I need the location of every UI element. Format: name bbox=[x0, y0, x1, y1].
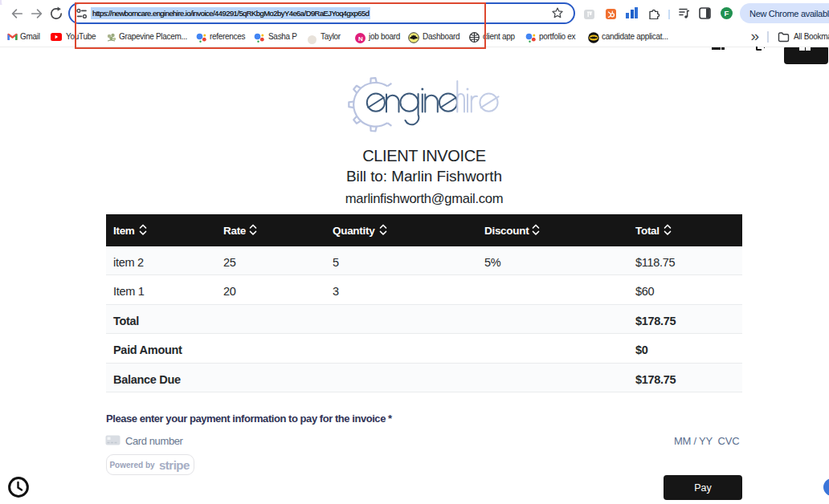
svg-text:stripe: stripe bbox=[159, 458, 190, 472]
